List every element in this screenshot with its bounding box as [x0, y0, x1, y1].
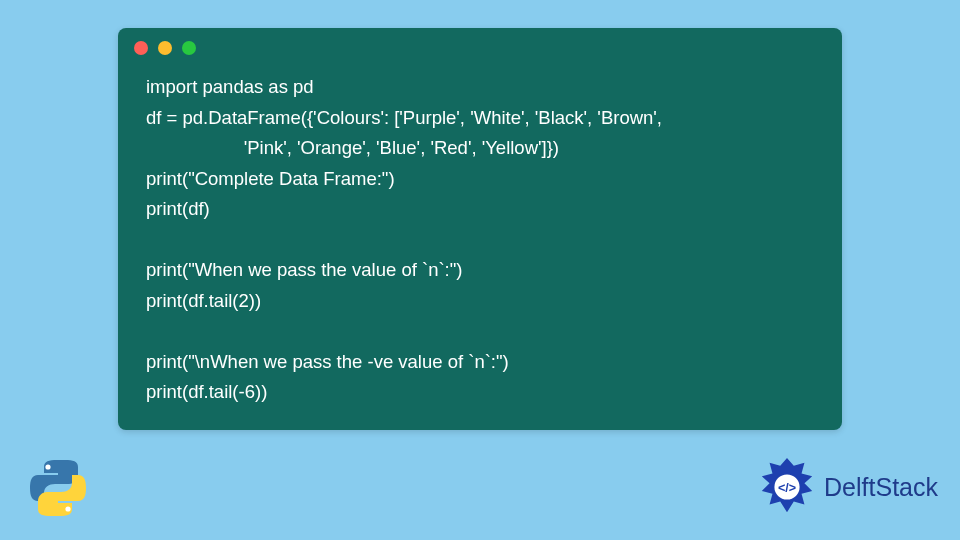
svg-text:</>: </> — [778, 481, 796, 495]
delft-badge-icon: </> — [756, 456, 818, 518]
svg-point-1 — [65, 506, 70, 511]
code-block: import pandas as pd df = pd.DataFrame({'… — [118, 68, 842, 408]
brand-name: DelftStack — [824, 473, 938, 502]
code-card: import pandas as pd df = pd.DataFrame({'… — [118, 28, 842, 430]
svg-point-0 — [45, 464, 50, 469]
python-logo-icon — [26, 456, 90, 520]
maximize-icon — [182, 41, 196, 55]
window-controls — [118, 28, 842, 68]
brand: </> DelftStack — [756, 456, 938, 518]
close-icon — [134, 41, 148, 55]
minimize-icon — [158, 41, 172, 55]
page-root: import pandas as pd df = pd.DataFrame({'… — [0, 0, 960, 540]
